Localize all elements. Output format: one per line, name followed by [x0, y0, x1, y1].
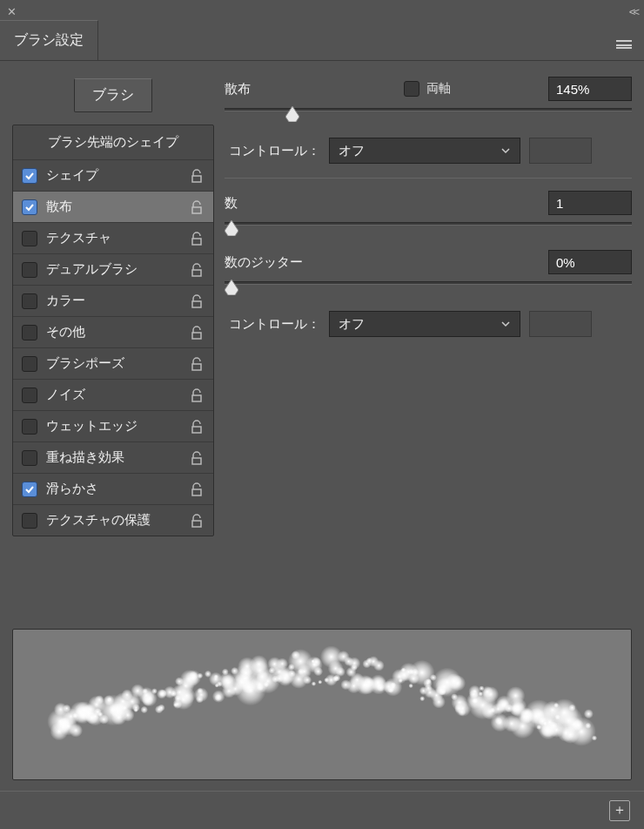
lock-icon[interactable]	[189, 293, 205, 309]
scatter-control-value-disabled	[529, 138, 592, 164]
lock-icon[interactable]	[189, 356, 205, 372]
scatter-slider[interactable]	[225, 103, 632, 127]
new-preset-button[interactable]: ＋	[609, 800, 630, 821]
svg-point-123	[351, 664, 358, 671]
sidebar-item-label: ウェットエッジ	[46, 418, 180, 435]
collapse-icon[interactable]: <<	[629, 5, 637, 18]
close-icon[interactable]: ✕	[7, 5, 17, 18]
svg-point-219	[592, 735, 597, 740]
sidebar-item-checkbox[interactable]	[22, 388, 37, 403]
svg-point-10	[69, 724, 83, 738]
sidebar-item-checkbox[interactable]	[22, 231, 37, 246]
sidebar-item-checkbox[interactable]	[22, 293, 37, 309]
lock-icon[interactable]	[189, 513, 205, 529]
both-axes-checkbox[interactable]	[404, 81, 419, 97]
sidebar-item-checkbox[interactable]	[22, 262, 37, 278]
sidebar-item-label: ノイズ	[46, 387, 180, 403]
sidebar-item[interactable]: 滑らかさ	[13, 473, 213, 504]
svg-point-117	[332, 676, 339, 682]
lock-icon[interactable]	[189, 231, 205, 246]
lock-icon[interactable]	[189, 325, 205, 340]
count-jitter-slider[interactable]	[225, 276, 632, 300]
count-jitter-control-label: コントロール：	[225, 316, 320, 333]
lock-icon[interactable]	[189, 388, 205, 403]
count-jitter-control-dropdown[interactable]: オフ	[329, 311, 520, 337]
svg-point-191	[511, 704, 520, 713]
panel-menu-button[interactable]	[611, 32, 637, 60]
scatter-control-dropdown[interactable]: オフ	[329, 138, 520, 164]
lock-icon[interactable]	[189, 168, 205, 184]
svg-point-119	[335, 667, 345, 677]
svg-point-72	[222, 669, 229, 676]
lock-icon[interactable]	[189, 262, 205, 278]
sidebar-item[interactable]: その他	[13, 316, 213, 347]
lock-icon[interactable]	[189, 450, 205, 466]
count-jitter-value-input[interactable]	[548, 250, 632, 274]
sidebar-item[interactable]: 重ね描き効果	[13, 441, 213, 473]
chevron-down-icon	[500, 144, 511, 158]
sidebar-item-checkbox[interactable]	[22, 482, 37, 497]
count-value-input[interactable]	[548, 191, 632, 215]
scatter-label: 散布	[225, 81, 306, 98]
svg-point-89	[264, 682, 269, 687]
sidebar-item[interactable]: テクスチャの保護	[13, 504, 213, 536]
svg-point-152	[419, 696, 425, 701]
sidebar-item[interactable]: デュアルブラシ	[13, 253, 213, 285]
sidebar-item-checkbox[interactable]	[22, 199, 37, 215]
sidebar-item-checkbox[interactable]	[22, 325, 37, 340]
brush-button[interactable]: ブラシ	[74, 78, 152, 112]
brush-stroke-preview	[12, 629, 632, 780]
sidebar-item-label: その他	[46, 324, 180, 340]
hamburger-icon	[616, 40, 632, 49]
count-slider[interactable]	[225, 217, 632, 241]
tab-brush-settings[interactable]: ブラシ設定	[0, 20, 98, 60]
sidebar-item[interactable]: テクスチャ	[13, 222, 213, 253]
svg-point-216	[567, 717, 596, 745]
bottom-bar: ＋	[0, 791, 644, 829]
sidebar-item[interactable]: ウェットエッジ	[13, 410, 213, 441]
svg-point-107	[312, 681, 316, 685]
lock-icon[interactable]	[189, 482, 205, 497]
svg-point-179	[481, 686, 493, 698]
sidebar-item-label: テクスチャ	[46, 230, 180, 246]
sidebar-item[interactable]: カラー	[13, 285, 213, 316]
sidebar-item[interactable]: シェイプ	[13, 159, 213, 191]
svg-point-60	[197, 673, 203, 679]
sidebar-item-checkbox[interactable]	[22, 168, 37, 184]
svg-point-109	[313, 667, 323, 677]
svg-point-68	[214, 675, 218, 679]
sidebar-item-label: 滑らかさ	[46, 481, 180, 497]
sidebar-item-checkbox[interactable]	[22, 513, 37, 529]
svg-point-218	[584, 709, 594, 718]
sidebar-item-label: カラー	[46, 293, 180, 309]
svg-point-167	[449, 675, 466, 691]
both-axes-label: 両軸	[426, 81, 451, 97]
scatter-control-label: コントロール：	[225, 143, 320, 159]
svg-point-169	[458, 708, 466, 716]
sidebar-item[interactable]: 散布	[13, 191, 213, 222]
svg-point-112	[324, 677, 329, 683]
brush-tip-shape-header[interactable]: ブラシ先端のシェイプ	[13, 125, 213, 159]
sidebar-item[interactable]: ノイズ	[13, 379, 213, 410]
plus-icon: ＋	[613, 801, 627, 819]
brush-settings-panel: ✕ << ブラシ設定 ブラシ ブラシ先端のシェイプ シェイプ散布テクスチャデュア…	[0, 0, 644, 829]
count-jitter-label: 数のジッター	[225, 254, 338, 271]
svg-point-62	[194, 687, 209, 702]
sidebar-item-checkbox[interactable]	[22, 450, 37, 466]
sidebar-item-checkbox[interactable]	[22, 419, 37, 435]
count-jitter-control-value-disabled	[529, 311, 592, 337]
lock-icon[interactable]	[189, 199, 205, 215]
sidebar-item-label: シェイプ	[46, 167, 180, 184]
scatter-value-input[interactable]	[548, 77, 632, 101]
svg-point-147	[408, 684, 413, 688]
chevron-down-icon	[500, 317, 511, 332]
lock-icon[interactable]	[189, 419, 205, 435]
svg-point-110	[318, 680, 322, 684]
svg-point-36	[140, 706, 148, 714]
sidebar-item-label: 散布	[46, 199, 180, 215]
sidebar-item-checkbox[interactable]	[22, 356, 37, 372]
sidebar-item[interactable]: ブラシポーズ	[13, 347, 213, 379]
sidebar-item-label: テクスチャの保護	[46, 512, 180, 529]
svg-point-35	[132, 704, 140, 711]
svg-point-43	[151, 688, 158, 694]
